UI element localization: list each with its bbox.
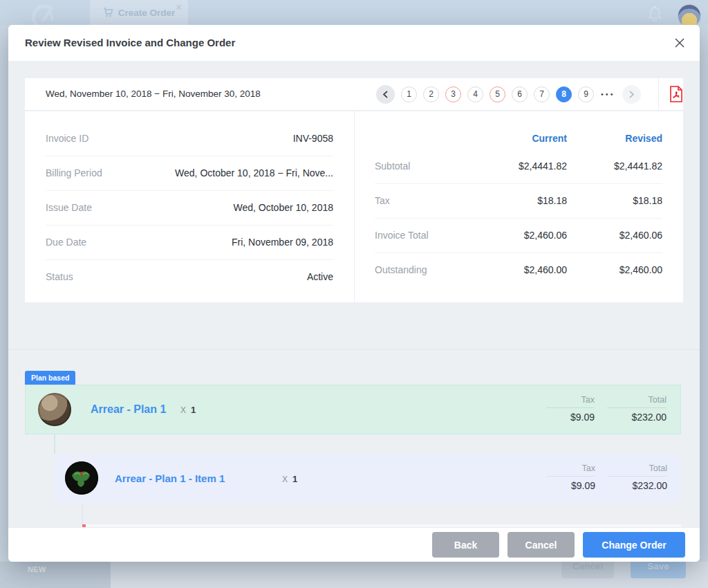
totals-revised: $2,4441.82 [567,160,662,172]
sidebar-new-badge: NEW [28,565,46,573]
totals-revised: $2,460.00 [567,264,662,275]
detail-row-due-date: Due Date Fri, November 09, 2018 [46,225,333,259]
totals-row-tax: Tax $18.18 $18.18 [375,183,662,218]
plan-tax-total: Tax $9.09 Total $232.00 [546,395,667,423]
modal-header: Review Revised Invoice and Change Order [8,25,700,61]
item-total-value: $232.00 [632,477,667,491]
create-order-tab[interactable]: Create Order ✕ [90,0,188,25]
detail-value: INV-9058 [293,133,333,144]
invoice-toolbar: Wed, November 10, 2018 − Fri, November 3… [25,78,683,110]
tab-close-icon[interactable]: ✕ [175,3,183,12]
page-button-2[interactable]: 2 [423,86,439,102]
plan-row[interactable]: Arrear - Plan 1 X1 Tax $9.09 Total $232.… [25,385,681,434]
totals-current: $18.18 [478,195,567,206]
cart-icon [103,8,113,17]
close-icon[interactable] [672,35,687,50]
item-tax-total: Tax $9.09 Total $232.00 [547,463,667,491]
detail-label: Status [46,271,73,282]
total-column-label: Total [608,463,667,477]
column-header-current: Current [478,133,567,144]
back-button[interactable]: Back [432,532,499,558]
plan-tax-value: $9.09 [570,408,595,423]
cancel-button[interactable]: Cancel [507,532,575,558]
tax-column-label: Tax [547,463,595,477]
item-tax-value: $9.09 [571,477,595,491]
invoice-date-range: Wed, November 10, 2018 − Fri, November 3… [46,89,261,99]
invoice-pagination: 1 2 3 4 5 6 7 8 9 ••• [376,78,641,110]
totals-label: Tax [375,195,478,206]
page-button-9[interactable]: 9 [578,86,594,102]
totals-current: $2,460.00 [478,264,567,275]
page-button-5[interactable]: 5 [490,86,505,102]
modal-footer: Back Cancel Change Order [8,527,700,562]
detail-value: Wed, October 10, 2018 [234,202,334,213]
page-button-3[interactable]: 3 [445,86,461,102]
page-button-4[interactable]: 4 [467,86,483,102]
change-order-button[interactable]: Change Order [583,532,685,558]
backdrop-sidebar [0,562,111,588]
plan-name-link[interactable]: Arrear - Plan 1 [91,403,166,416]
tree-connector [54,434,55,454]
detail-value: Fri, November 09, 2018 [232,237,333,248]
detail-value: Active [307,271,333,282]
user-avatar[interactable] [678,4,701,28]
create-order-tab-label: Create Order [118,8,176,18]
plan-avatar [38,393,71,426]
toolbar-divider [658,78,659,110]
page-button-8-active[interactable]: 8 [556,86,572,102]
totals-label: Invoice Total [375,230,478,241]
column-header-revised: Revised [567,133,662,144]
page-button-6[interactable]: 6 [512,86,528,102]
totals-label: Subtotal [375,160,478,172]
item-name-link[interactable]: Arrear - Plan 1 - Item 1 [115,472,225,484]
detail-value: Wed, October 10, 2018 − Fri, Nove... [175,167,333,178]
plan-based-badge: Plan based [25,371,75,385]
summary-vertical-divider [354,111,355,302]
modal-body: Wed, November 10, 2018 − Fri, November 3… [8,61,700,527]
page-button-1[interactable]: 1 [401,86,417,102]
detail-label: Due Date [46,237,86,248]
totals-row-outstanding: Outstanding $2,460.00 $2,460.00 [375,252,662,287]
plan-quantity: X1 [180,405,196,415]
modal-title: Review Revised Invoice and Change Order [25,37,235,48]
backdrop-top-bar: Create Order ✕ [0,0,708,25]
detail-label: Billing Period [46,167,102,178]
tax-column-label: Tax [546,395,595,408]
totals-revised: $2,460.06 [567,230,662,241]
totals-revised: $18.18 [567,195,662,206]
totals-row-invoice-total: Invoice Total $2,460.06 $2,460.06 [375,218,662,252]
detail-row-status: Status Active [46,259,333,294]
item-avatar [65,461,98,495]
item-row[interactable]: Arrear - Plan 1 - Item 1 X1 Tax $9.09 To… [54,454,681,504]
detail-row-billing-period: Billing Period Wed, October 10, 2018 − F… [46,156,333,190]
total-column-label: Total [607,395,667,408]
totals-current: $2,4441.82 [478,160,567,172]
detail-row-invoice-id: Invoice ID INV-9058 [46,121,333,156]
notifications-bell-icon[interactable] [646,6,663,24]
totals-label: Outstanding [375,264,478,275]
review-invoice-modal: Review Revised Invoice and Change Order … [8,25,700,562]
section-divider [8,349,700,350]
page-prev-button[interactable] [376,85,395,104]
page-button-7[interactable]: 7 [534,86,550,102]
plan-total-value: $232.00 [631,408,667,423]
download-pdf-icon[interactable] [667,85,685,103]
detail-label: Invoice ID [46,133,88,144]
item-quantity: X1 [282,474,297,484]
page-next-button[interactable] [622,85,641,104]
totals-current: $2,460.06 [478,230,567,241]
detail-label: Issue Date [46,202,92,213]
totals-row-subtotal: Subtotal $2,4441.82 $2,4441.82 [375,149,662,183]
tree-connector [82,504,83,524]
pagination-ellipsis: ••• [601,90,615,98]
detail-row-issue-date: Issue Date Wed, October 10, 2018 [46,190,333,225]
invoice-summary-card: Invoice ID INV-9058 Billing Period Wed, … [25,111,683,302]
